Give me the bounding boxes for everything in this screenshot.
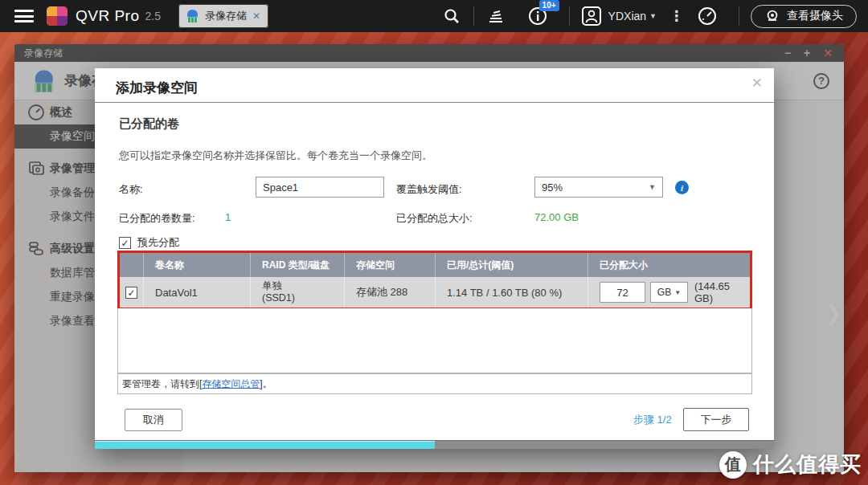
user-icon[interactable]: [581, 6, 602, 26]
dialog-close-icon[interactable]: ✕: [751, 75, 763, 92]
tab-label: 录像存储: [205, 9, 247, 23]
view-cameras-button[interactable]: 查看摄像头: [751, 5, 857, 28]
volume-table: 卷名称 RAID 类型/磁盘 存储空间 已用/总计(阈值) 已分配大小 ✓ Da…: [117, 251, 752, 310]
divider: [739, 6, 739, 26]
storage-manager-link[interactable]: 存储空间总管: [202, 377, 260, 391]
desktop: QVR Pro 2.5 录像存储 ✕ 10+ YDXian: [0, 0, 868, 485]
allocated-size-note: (144.65 GB): [694, 280, 750, 304]
wizard-progress-bar: [95, 440, 774, 449]
unit-select[interactable]: GB ▼: [650, 282, 688, 303]
total-size-value: 72.00 GB: [534, 211, 579, 223]
manage-volume-hint: 要管理卷，请转到[存储空间总管]。: [117, 373, 752, 394]
user-caret-icon[interactable]: ▼: [649, 12, 657, 20]
total-size-label: 已分配的总大小:: [396, 211, 473, 226]
allocated-size-input[interactable]: [600, 282, 645, 303]
add-recording-space-dialog: 添加录像空间 ✕ 已分配的卷 您可以指定录像空间名称并选择保留比。每个卷充当一个…: [95, 68, 774, 449]
tab-close-icon[interactable]: ✕: [252, 10, 260, 22]
cell-raid-type: 单独(SSD1): [250, 277, 344, 308]
col-raid-type: RAID 类型/磁盘: [250, 253, 344, 277]
preallocate-checkbox[interactable]: ✓ 预先分配: [119, 235, 179, 250]
cell-volume-name: DataVol1: [143, 277, 250, 308]
app-name: QVR Pro: [76, 7, 140, 25]
checkbox-checked-icon[interactable]: ✓: [119, 237, 131, 249]
space-name-input[interactable]: [256, 177, 384, 198]
more-options-icon[interactable]: ⋮: [669, 7, 684, 25]
wizard-step-label: 步骤 1/2: [633, 413, 672, 427]
name-label: 名称:: [119, 182, 143, 197]
col-volume-name: 卷名称: [143, 253, 250, 277]
tab-recording-storage[interactable]: 录像存储 ✕: [178, 4, 268, 28]
threshold-label: 覆盖触发阈值:: [396, 182, 462, 197]
resource-monitor-icon[interactable]: [697, 6, 718, 26]
info-icon[interactable]: i: [675, 181, 689, 194]
notification-badge: 10+: [539, 0, 559, 11]
qvr-pro-logo: [47, 6, 68, 26]
divider: [569, 6, 570, 26]
divider: [473, 6, 474, 26]
section-description: 您可以指定录像空间名称并选择保留比。每个卷充当一个录像空间。: [119, 149, 432, 163]
volume-count-label: 已分配的卷数量:: [119, 211, 195, 226]
user-name[interactable]: YDXian: [608, 10, 646, 22]
search-icon[interactable]: [441, 6, 462, 26]
chevron-down-icon: ▼: [649, 183, 656, 191]
smzdm-watermark: 值 什么值得买: [719, 450, 862, 479]
col-allocated-size: 已分配大小: [588, 253, 750, 277]
cancel-button[interactable]: 取消: [125, 409, 182, 431]
chevron-down-icon: ▼: [674, 289, 681, 296]
volume-count-value: 1: [225, 211, 231, 223]
section-title: 已分配的卷: [119, 116, 179, 132]
wizard-progress-fill: [95, 441, 435, 449]
view-cameras-label: 查看摄像头: [787, 9, 843, 23]
cell-allocated-size: GB ▼ (144.65 GB): [588, 277, 750, 308]
smzdm-badge-icon: 值: [719, 451, 747, 479]
row-checkbox[interactable]: ✓: [125, 287, 137, 299]
cell-used-total: 1.14 TB / 1.60 TB (80 %): [435, 277, 588, 308]
cell-storage-pool: 存储池 288: [344, 277, 435, 308]
dialog-title: 添加录像空间: [116, 79, 198, 97]
table-empty-area: [117, 308, 752, 373]
smzdm-text: 什么值得买: [753, 450, 862, 479]
table-header: 卷名称 RAID 类型/磁盘 存储空间 已用/总计(阈值) 已分配大小: [120, 253, 750, 277]
notifications-icon[interactable]: 10+: [527, 6, 548, 26]
preallocate-label: 预先分配: [137, 235, 179, 250]
main-menu-icon[interactable]: [14, 10, 34, 22]
col-storage-pool: 存储空间: [344, 253, 435, 277]
top-bar: QVR Pro 2.5 录像存储 ✕ 10+ YDXian: [0, 0, 868, 32]
database-icon: [186, 10, 199, 22]
background-tasks-icon[interactable]: [485, 6, 506, 26]
app-version: 2.5: [145, 10, 161, 22]
col-used-total: 已用/总计(阈值): [435, 253, 588, 277]
table-row[interactable]: ✓ DataVol1 单独(SSD1) 存储池 288 1.14 TB / 1.…: [120, 277, 750, 308]
next-button[interactable]: 下一步: [683, 408, 749, 431]
threshold-select[interactable]: 95% ▼: [534, 177, 663, 198]
